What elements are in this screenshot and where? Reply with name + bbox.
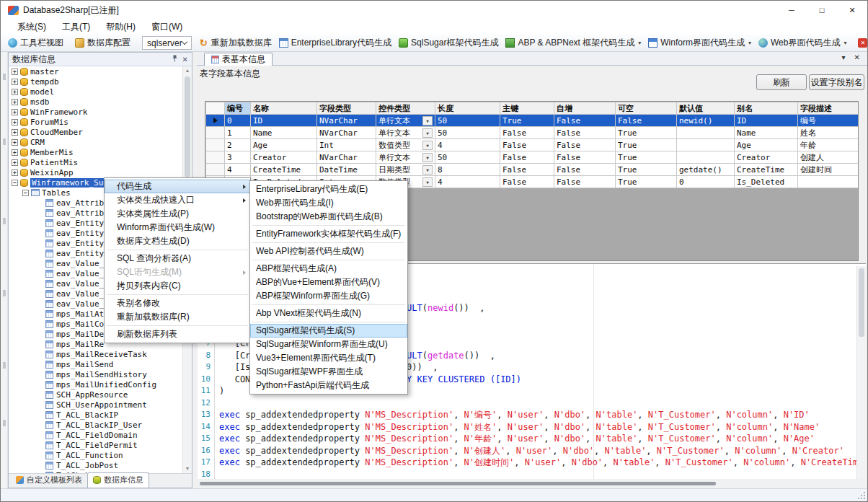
grid-cell[interactable]: False [500, 164, 554, 176]
context-menu-item[interactable]: SQL语句生成(M) [105, 265, 250, 279]
grid-cell[interactable] [677, 139, 735, 151]
code-line[interactable]: 13exec sp_addextendedproperty N'MS_Descr… [198, 409, 856, 421]
context-menu-item[interactable]: 拷贝列表内容(C) [105, 279, 250, 293]
grid-cell[interactable]: getdate() [677, 164, 735, 176]
row-selector-cell[interactable] [206, 164, 225, 176]
grid-cell[interactable]: ID [735, 115, 798, 127]
grid-cell[interactable]: False [500, 139, 554, 151]
expand-plus-icon[interactable]: + [12, 69, 18, 75]
context-menu-item[interactable]: 实体类属性生成(P) [105, 207, 250, 221]
grid-cell[interactable]: False [500, 151, 554, 164]
grid-cell[interactable]: True [616, 164, 677, 176]
grid-cell[interactable]: 2 [225, 139, 251, 151]
grid-cell[interactable]: False [554, 115, 616, 127]
tree-item[interactable]: T_ACL_BlackIP [9, 410, 182, 420]
grid-cell[interactable]: NVarChar [317, 115, 376, 127]
expand-plus-icon[interactable]: + [12, 149, 18, 156]
editor-horizontal-scrollbar[interactable] [198, 480, 866, 488]
tree-item[interactable]: SCH_UserAppointment [9, 400, 182, 410]
submenu-item[interactable]: Bootstrap的Web界面代码生成(B) [250, 210, 407, 224]
grid-cell[interactable]: True [500, 115, 554, 127]
expand-plus-icon[interactable]: + [12, 79, 18, 85]
minimize-button[interactable]: ─ [776, 1, 807, 19]
submenu-item[interactable]: Abp VNext框架代码生成(N) [250, 307, 407, 320]
set-field-alias-button[interactable]: 设置字段别名 [809, 74, 864, 90]
cell-dropdown-icon[interactable]: ▼ [422, 153, 433, 162]
refresh-button[interactable]: 刷新 [756, 74, 807, 90]
grid-cell[interactable]: True [616, 176, 677, 188]
context-menu-item[interactable]: 表别名修改 [105, 296, 250, 310]
grid-cell[interactable]: 0 [677, 176, 735, 188]
panel-tab-inactive[interactable]: 自定义模板列表 [11, 473, 87, 488]
expand-plus-icon[interactable]: + [12, 139, 18, 146]
grid-cell[interactable] [677, 127, 735, 139]
tree-item[interactable]: mps_MailUnifiedConfig [9, 379, 182, 389]
maximize-button[interactable]: □ [807, 1, 837, 19]
grid-cell[interactable]: 4 [225, 164, 251, 176]
close-button[interactable]: ✕ [837, 1, 867, 19]
grid-cell[interactable]: False [500, 127, 554, 139]
expand-plus-icon[interactable]: + [12, 89, 18, 95]
tab-table-basic-info[interactable]: 表基本信息 [204, 53, 273, 66]
grid-cell[interactable] [798, 176, 859, 188]
grid-row[interactable]: 4CreateTimeDateTime日期类型▼8FalseFalseTrueg… [206, 164, 859, 176]
panel-tab-active[interactable]: 数据库信息 [87, 472, 149, 488]
grid-cell[interactable]: 4 [435, 139, 500, 151]
grid-cell[interactable]: True [616, 139, 677, 151]
tab-close-icon[interactable]: ✕ [854, 53, 860, 61]
grid-cell[interactable]: ID [251, 115, 317, 127]
scroll-up-arrow[interactable]: ▲ [183, 66, 192, 75]
pin-icon[interactable] [172, 55, 178, 63]
submenu-item[interactable]: EnterpriseLibrary代码生成(E) [250, 182, 407, 196]
expand-plus-icon[interactable]: + [12, 119, 18, 126]
submenu-item[interactable]: Web API控制器代码生成(W) [250, 245, 407, 258]
grid-cell[interactable]: 50 [435, 127, 500, 139]
column-header[interactable]: 自增 [554, 102, 616, 115]
toolbar-button[interactable]: ↻重新加载数据库 [195, 35, 275, 51]
tab-list-dropdown-icon[interactable]: ▾ [842, 53, 846, 61]
tree-item[interactable]: mps_MailReceiveTask [9, 349, 182, 359]
tree-item[interactable]: +tempdb [9, 76, 182, 87]
menubar-item[interactable]: 系统(S) [9, 21, 54, 33]
tree-item[interactable]: T_ACL_Function [9, 450, 182, 460]
panel-close-icon[interactable]: ✕ [182, 56, 188, 63]
grid-cell[interactable]: Int [317, 139, 376, 151]
cell-dropdown-icon[interactable]: ▼ [422, 141, 433, 150]
grid-cell[interactable]: True [616, 151, 677, 164]
expand-plus-icon[interactable]: + [12, 109, 18, 115]
column-header[interactable]: 名称 [251, 102, 317, 115]
scroll-down-arrow[interactable]: ▼ [183, 464, 192, 473]
code-line[interactable]: 16exec sp_addextendedproperty N'MS_Descr… [198, 445, 856, 457]
grid-cell[interactable]: 日期类型▼ [376, 164, 435, 176]
tree-item[interactable]: T_ACL_FieldPermit [9, 440, 182, 450]
grid-cell[interactable]: 编号 [798, 115, 859, 127]
tree-item[interactable]: +CRM [9, 137, 182, 147]
submenu-item[interactable]: Python+FastApi后端代码生成 [250, 379, 407, 392]
grid-cell[interactable]: DateTime [317, 164, 376, 176]
tree-item[interactable]: +WinFramework [9, 107, 182, 117]
grid-cell[interactable]: CreateTime [251, 164, 317, 176]
grid-cell[interactable]: False [554, 151, 616, 164]
tree-item[interactable]: +CloudMember [9, 127, 182, 137]
tree-item[interactable]: +PatientMis [9, 157, 182, 167]
submenu-item[interactable]: SqlSugar框架代码生成(S) [250, 324, 407, 338]
column-header[interactable]: 字段描述 [798, 102, 859, 115]
submenu-item[interactable]: SqlSugar框架Winform界面生成(U) [250, 338, 407, 351]
row-selector-cell[interactable] [206, 139, 225, 151]
menubar-item[interactable]: 工具(T) [54, 21, 98, 33]
grid-cell[interactable]: Age [735, 139, 798, 151]
context-menu-item[interactable]: 代码生成 [105, 180, 250, 193]
cell-dropdown-icon[interactable]: ▼ [422, 128, 433, 138]
tree-item[interactable]: +WeixinApp [9, 167, 182, 177]
grid-row[interactable]: 0IDNVarChar单行文本▼50TrueFalseFalsenewid()I… [206, 115, 859, 127]
grid-cell[interactable]: 单行文本▼ [376, 151, 435, 164]
grid-cell[interactable]: NVarChar [317, 127, 376, 139]
grid-cell[interactable]: False [554, 176, 616, 188]
toolbar-button[interactable]: Web界面代码生成▾ [755, 35, 850, 51]
grid-cell[interactable]: 数值类型▼ [376, 139, 435, 151]
toolbar-button[interactable]: 数据库配置 [71, 35, 134, 51]
column-header[interactable]: 编号 [225, 102, 251, 115]
tree-item[interactable]: +msdb [9, 97, 182, 107]
row-selector-cell[interactable] [206, 115, 225, 127]
tree-item[interactable]: +master [9, 66, 182, 76]
